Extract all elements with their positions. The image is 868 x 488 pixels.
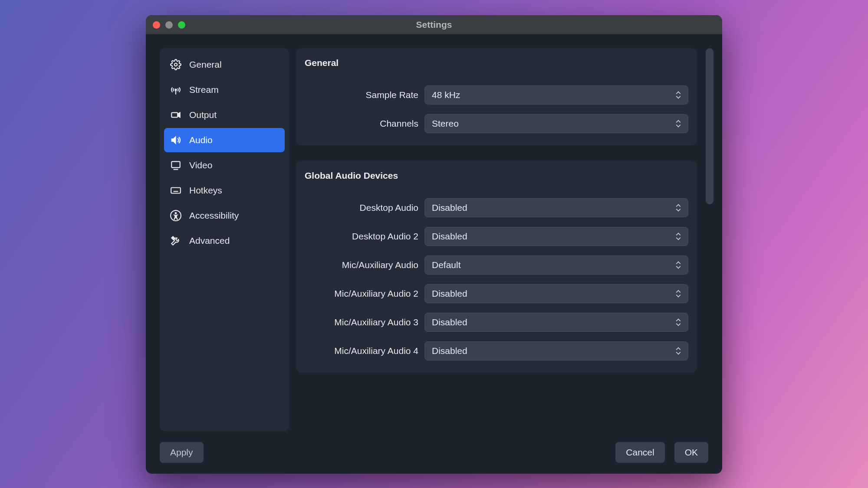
sidebar-item-label: Audio [189, 135, 213, 145]
apply-button[interactable]: Apply [160, 442, 204, 463]
content-area: General Sample Rate 48 kHz Channels [296, 48, 713, 431]
select-mic-audio-4[interactable]: Disabled [424, 341, 688, 360]
select-value: Default [432, 260, 461, 270]
spinner-icon [674, 342, 683, 360]
settings-window: Settings General Stream Output [146, 15, 722, 474]
monitor-icon [170, 160, 181, 171]
spinner-icon [674, 313, 683, 331]
select-channels[interactable]: Stereo [424, 114, 688, 133]
sidebar-item-label: Output [189, 110, 217, 120]
row-mic-audio-2: Mic/Auxiliary Audio 2 Disabled [305, 284, 688, 303]
window-maximize-button[interactable] [178, 21, 185, 29]
row-mic-audio-4: Mic/Auxiliary Audio 4 Disabled [305, 341, 688, 360]
sidebar-item-audio[interactable]: Audio [164, 128, 285, 152]
svg-point-0 [174, 63, 178, 66]
sidebar-item-stream[interactable]: Stream [164, 78, 285, 102]
row-desktop-audio: Desktop Audio Disabled [305, 198, 688, 217]
row-sample-rate: Sample Rate 48 kHz [305, 85, 688, 105]
panel-title-general: General [305, 58, 688, 68]
sidebar-item-label: General [189, 59, 222, 70]
footer: Apply Cancel OK [146, 431, 722, 474]
label-mic-audio-4: Mic/Auxiliary Audio 4 [305, 346, 424, 356]
spinner-icon [674, 256, 683, 274]
window-title: Settings [146, 20, 722, 30]
label-desktop-audio-2: Desktop Audio 2 [305, 231, 424, 242]
tools-icon [170, 235, 181, 246]
scrollbar[interactable] [706, 48, 713, 431]
select-value: Stereo [432, 118, 459, 129]
select-value: Disabled [432, 317, 467, 328]
select-sample-rate[interactable]: 48 kHz [424, 85, 688, 105]
keyboard-icon [170, 185, 181, 196]
content-column: General Sample Rate 48 kHz Channels [296, 48, 706, 431]
label-mic-audio-3: Mic/Auxiliary Audio 3 [305, 317, 424, 328]
spinner-icon [674, 227, 683, 246]
select-mic-audio-3[interactable]: Disabled [424, 313, 688, 332]
sidebar-item-label: Accessibility [189, 210, 239, 221]
label-sample-rate: Sample Rate [305, 90, 424, 100]
sidebar-item-label: Advanced [189, 236, 230, 246]
spinner-icon [674, 199, 683, 217]
scrollbar-thumb[interactable] [706, 48, 713, 204]
select-mic-audio-2[interactable]: Disabled [424, 284, 688, 303]
ok-button[interactable]: OK [674, 442, 708, 463]
spinner-icon [674, 285, 683, 303]
svg-rect-4 [171, 161, 180, 167]
select-value: Disabled [432, 288, 467, 299]
select-value: Disabled [432, 231, 467, 242]
sidebar-item-label: Stream [189, 85, 219, 95]
sidebar: General Stream Output Audio [160, 48, 289, 431]
row-desktop-audio-2: Desktop Audio 2 Disabled [305, 227, 688, 246]
speaker-icon [170, 134, 181, 146]
spinner-icon [674, 86, 683, 104]
panel-title-devices: Global Audio Devices [305, 170, 688, 181]
select-value: 48 kHz [432, 90, 460, 100]
label-channels: Channels [305, 118, 424, 129]
select-mic-audio[interactable]: Default [424, 255, 688, 275]
row-mic-audio: Mic/Auxiliary Audio Default [305, 255, 688, 275]
sidebar-item-hotkeys[interactable]: Hotkeys [164, 178, 285, 203]
label-mic-audio-2: Mic/Auxiliary Audio 2 [305, 288, 424, 299]
select-desktop-audio-2[interactable]: Disabled [424, 227, 688, 246]
label-desktop-audio: Desktop Audio [305, 203, 424, 213]
panel-general: General Sample Rate 48 kHz Channels [296, 48, 697, 145]
select-value: Disabled [432, 203, 467, 213]
panel-global-audio-devices: Global Audio Devices Desktop Audio Disab… [296, 161, 697, 373]
sidebar-item-video[interactable]: Video [164, 153, 285, 177]
select-value: Disabled [432, 346, 467, 356]
camera-icon [170, 109, 181, 121]
svg-rect-6 [171, 188, 181, 193]
sidebar-item-output[interactable]: Output [164, 103, 285, 127]
sidebar-item-general[interactable]: General [164, 52, 285, 77]
titlebar: Settings [146, 15, 722, 34]
cancel-button[interactable]: Cancel [615, 442, 664, 463]
select-desktop-audio[interactable]: Disabled [424, 198, 688, 217]
window-close-button[interactable] [153, 21, 160, 29]
sidebar-item-advanced[interactable]: Advanced [164, 229, 285, 253]
svg-point-13 [175, 213, 177, 214]
sidebar-item-label: Video [189, 160, 212, 170]
svg-rect-3 [171, 113, 178, 118]
row-channels: Channels Stereo [305, 114, 688, 133]
window-minimize-button[interactable] [165, 21, 173, 29]
gear-icon [170, 59, 181, 70]
label-mic-audio: Mic/Auxiliary Audio [305, 260, 424, 270]
accessibility-icon [170, 210, 181, 221]
antenna-icon [170, 84, 181, 95]
row-mic-audio-3: Mic/Auxiliary Audio 3 Disabled [305, 313, 688, 332]
spinner-icon [674, 115, 683, 133]
sidebar-item-accessibility[interactable]: Accessibility [164, 203, 285, 228]
sidebar-item-label: Hotkeys [189, 185, 222, 196]
window-controls [153, 21, 185, 29]
window-body: General Stream Output Audio [146, 34, 722, 431]
footer-right: Cancel OK [615, 442, 708, 463]
